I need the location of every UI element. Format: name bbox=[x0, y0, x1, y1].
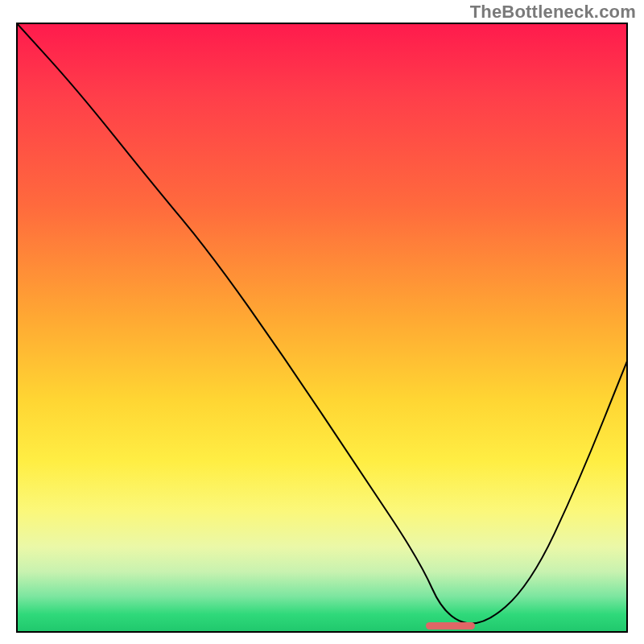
bottleneck-curve-path bbox=[16, 23, 628, 623]
chart-plot-area bbox=[16, 23, 628, 633]
watermark-text: TheBottleneck.com bbox=[470, 2, 636, 23]
optimum-marker bbox=[426, 622, 475, 630]
bottleneck-curve-svg bbox=[16, 23, 628, 634]
